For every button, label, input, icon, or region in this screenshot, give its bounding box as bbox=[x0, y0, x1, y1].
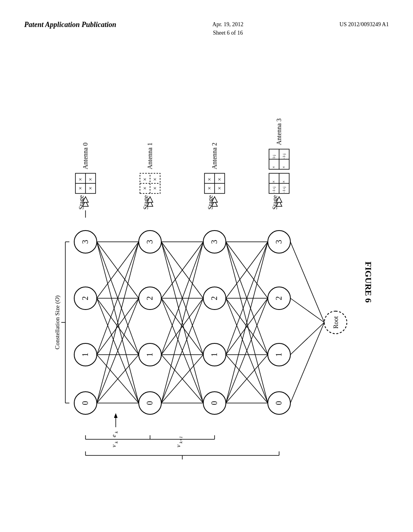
svg-text:2: 2 bbox=[274, 296, 283, 300]
trellis-diagram: 0 1 2 3 0 1 2 3 0 1 2 3 bbox=[54, 118, 347, 463]
figure-container: FIGURE 6 0 1 2 3 0 1 2 3 bbox=[20, 73, 393, 492]
svg-text:v: v bbox=[111, 445, 117, 447]
svg-text:k: k bbox=[114, 431, 119, 433]
patent-number: US 2012/0093249 A1 bbox=[340, 20, 389, 29]
svg-text:k+1: k+1 bbox=[178, 436, 183, 443]
svg-text:0: 0 bbox=[274, 401, 283, 405]
svg-text:×: × bbox=[206, 187, 213, 190]
page-header: Patent Application Publication Apr. 19, … bbox=[0, 20, 413, 37]
svg-text:0: 0 bbox=[81, 401, 90, 405]
diagram-svg: 0 1 2 3 0 1 2 3 0 1 2 3 bbox=[21, 101, 392, 463]
svg-text:×: × bbox=[142, 187, 148, 190]
date: Apr. 19, 2012 bbox=[213, 21, 244, 27]
svg-text:1: 1 bbox=[274, 353, 283, 357]
svg-text:-1+j: -1+j bbox=[282, 187, 286, 193]
svg-text:3: 3 bbox=[81, 240, 90, 244]
figure-label: FIGURE 6 bbox=[363, 262, 373, 303]
svg-text:×: × bbox=[77, 187, 83, 190]
svg-text:-1+j: -1+j bbox=[272, 187, 276, 193]
svg-text:2: 2 bbox=[145, 296, 154, 300]
svg-text:v: v bbox=[175, 445, 181, 447]
svg-text:×: × bbox=[217, 187, 223, 190]
sheet-number: Sheet 6 of 16 bbox=[213, 30, 243, 36]
svg-text:×: × bbox=[88, 187, 94, 190]
svg-text:-1-j: -1-j bbox=[282, 154, 286, 159]
svg-text:×: × bbox=[271, 181, 276, 183]
svg-text:×: × bbox=[152, 187, 158, 190]
svg-text:Root: Root bbox=[332, 316, 339, 329]
svg-text:2: 2 bbox=[81, 296, 90, 300]
svg-text:×: × bbox=[77, 178, 83, 181]
svg-line-83 bbox=[290, 322, 324, 355]
svg-text:×: × bbox=[88, 178, 94, 181]
svg-text:×: × bbox=[271, 166, 276, 168]
svg-text:1: 1 bbox=[81, 353, 90, 357]
publication-title: Patent Application Publication bbox=[24, 20, 116, 29]
svg-text:0: 0 bbox=[145, 401, 154, 405]
svg-text:×: × bbox=[281, 166, 286, 168]
svg-text:k: k bbox=[114, 441, 119, 443]
svg-line-82 bbox=[290, 322, 324, 403]
svg-text:2: 2 bbox=[210, 296, 219, 300]
svg-text:e: e bbox=[111, 434, 117, 437]
svg-text:×: × bbox=[281, 181, 286, 183]
svg-text:Antenna 3: Antenna 3 bbox=[275, 118, 282, 145]
sheet-info: Apr. 19, 2012 Sheet 6 of 16 bbox=[213, 20, 244, 37]
svg-text:Antenna 0: Antenna 0 bbox=[82, 143, 89, 169]
svg-text:1: 1 bbox=[210, 353, 219, 357]
svg-text:×: × bbox=[217, 178, 223, 181]
svg-text:×: × bbox=[142, 178, 148, 181]
svg-text:×: × bbox=[152, 178, 158, 181]
svg-text:0: 0 bbox=[210, 401, 219, 405]
svg-text:3: 3 bbox=[145, 240, 154, 244]
svg-text:3: 3 bbox=[274, 240, 283, 244]
svg-text:Antenna 2: Antenna 2 bbox=[211, 143, 218, 169]
svg-text:×: × bbox=[206, 178, 213, 181]
svg-text:Constellation Size (O): Constellation Size (O) bbox=[54, 295, 61, 349]
svg-text:Antenna 1: Antenna 1 bbox=[146, 143, 153, 169]
svg-text:1-j: 1-j bbox=[272, 155, 276, 159]
svg-text:3: 3 bbox=[210, 240, 219, 244]
svg-text:1: 1 bbox=[145, 353, 154, 357]
